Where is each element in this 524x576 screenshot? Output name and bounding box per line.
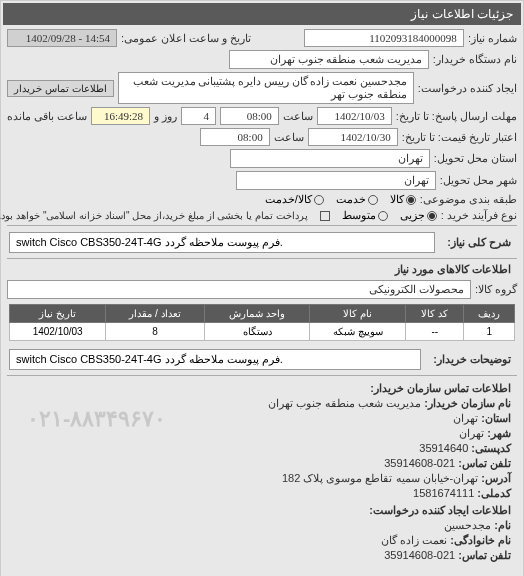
buyer-org-label: نام دستگاه خریدار: — [433, 53, 517, 66]
reply-time: 08:00 — [220, 107, 279, 125]
contact-phone-label: تلفن تماس: — [458, 457, 511, 469]
contact-phone: 021-35914608 — [384, 457, 455, 469]
buyer-desc-label: توضیحات خریدار: — [427, 349, 517, 370]
radio-motavaset[interactable]: متوسط — [342, 209, 388, 222]
delivery-province: تهران — [230, 149, 430, 168]
col-date: تاریخ نیاز — [10, 305, 106, 323]
creator-phone: 021-35914608 — [384, 549, 455, 561]
req-no-value: 1102093184000098 — [304, 29, 464, 47]
contact-city: تهران — [459, 427, 484, 439]
delivery-province-label: استان محل تحویل: — [434, 152, 517, 165]
contact-heading: اطلاعات تماس سازمان خریدار: — [13, 382, 511, 395]
req-no-label: شماره نیاز: — [468, 32, 517, 45]
creator-family: نعمت زاده گان — [381, 534, 447, 546]
radio-icon — [378, 211, 388, 221]
table-row[interactable]: 1 -- سوییچ شبکه دستگاه 8 1402/10/03 — [10, 323, 515, 341]
checkbox-icon — [320, 211, 330, 221]
col-qty: تعداد / مقدار — [106, 305, 204, 323]
cell-qty: 8 — [106, 323, 204, 341]
group-label: گروه کالا: — [475, 283, 517, 296]
creator-heading: اطلاعات ایجاد کننده درخواست: — [13, 504, 511, 517]
contact-province: تهران — [453, 412, 478, 424]
contact-address: تهران-خیابان سمیه تقاطع موسوی پلاک 182 — [282, 472, 478, 484]
need-details-form: شماره نیاز: 1102093184000098 تاریخ و ساع… — [3, 25, 521, 574]
radio-icon — [406, 195, 416, 205]
day-value: 4 — [181, 107, 216, 125]
validity-label: اعتبار تاریخ قیمت: تا تاریخ: — [402, 131, 517, 144]
cell-code: -- — [406, 323, 464, 341]
page-title: جزئیات اطلاعات نیاز — [3, 3, 521, 25]
items-table: ردیف کد کالا نام کالا واحد شمارش تعداد /… — [9, 304, 515, 341]
buyer-org-value: مدیریت شعب منطقه جنوب تهران — [229, 50, 429, 69]
group-value: محصولات الکترونیکی — [7, 280, 471, 299]
radio-icon — [314, 195, 324, 205]
cell-unit: دستگاه — [204, 323, 310, 341]
contact-city-label: شهر: — [487, 427, 511, 439]
creator-family-label: نام خانوادگی: — [450, 534, 511, 546]
reply-deadline-label: مهلت ارسال پاسخ: تا تاریخ: — [396, 110, 517, 123]
validity-time-label: ساعت — [274, 131, 304, 144]
creator-phone-label: تلفن تماس: — [458, 549, 511, 561]
reply-date: 1402/10/03 — [317, 107, 392, 125]
announce-value: 14:54 - 1402/09/28 — [7, 29, 117, 47]
demand-title-label: شرح کلی نیاز: — [441, 232, 517, 253]
contact-postal: 35914640 — [419, 442, 468, 454]
radio-motavaset-label: متوسط — [342, 209, 376, 222]
contact-postal-label: کدپستی: — [471, 442, 511, 454]
contact-natid: 1581674111 — [413, 487, 474, 499]
contact-org-label: نام سازمان خریدار: — [424, 397, 511, 409]
radio-khadamat-label: خدمت — [336, 193, 366, 206]
creator-name: مجدحسین — [444, 519, 491, 531]
radio-icon — [427, 211, 437, 221]
cell-name: سوییچ شبکه — [310, 323, 406, 341]
radio-kala[interactable]: کالا — [390, 193, 416, 206]
topic-class-label: طبقه بندی موضوعی: — [420, 193, 517, 206]
requester-label: ایجاد کننده درخواست: — [418, 82, 517, 95]
purchase-type-label: نوع فرآیند خرید : — [441, 209, 517, 222]
remain-label: ساعت باقی مانده — [7, 110, 87, 123]
requester-value: مجدحسین نعمت زاده گان رییس دایره پشتیبان… — [118, 72, 414, 104]
buyer-desc-value: switch Cisco CBS350-24T-4G فرم پیوست ملا… — [9, 349, 421, 370]
radio-jozi-label: جزیی — [400, 209, 425, 222]
radio-jozi[interactable]: جزیی — [400, 209, 437, 222]
reply-time-label: ساعت — [283, 110, 313, 123]
purchase-note: پرداخت تمام یا بخشی از مبلغ خرید،از محل … — [0, 210, 308, 221]
col-unit: واحد شمارش — [204, 305, 310, 323]
contact-org: مدیریت شعب منطقه جنوب تهران — [268, 397, 421, 409]
creator-name-label: نام: — [494, 519, 511, 531]
remain-time: 16:49:28 — [91, 107, 150, 125]
col-idx: ردیف — [464, 305, 515, 323]
validity-date: 1402/10/30 — [308, 128, 398, 146]
radio-kala-label: کالا — [390, 193, 404, 206]
contact-section: ۰۲۱-۸۸۳۴۹۶۷۰ اطلاعات تماس سازمان خریدار:… — [7, 375, 517, 570]
checkbox-treasury[interactable] — [320, 211, 330, 221]
contact-natid-label: کدملی: — [477, 487, 511, 499]
contact-province-label: استان: — [481, 412, 511, 424]
delivery-city: تهران — [236, 171, 436, 190]
radio-kala-khadamat[interactable]: کالا/خدمت — [265, 193, 324, 206]
contact-address-label: آدرس: — [481, 472, 511, 484]
radio-kala-khadamat-label: کالا/خدمت — [265, 193, 312, 206]
cell-date: 1402/10/03 — [10, 323, 106, 341]
items-heading: اطلاعات کالاهای مورد نیاز — [7, 259, 517, 280]
radio-icon — [368, 195, 378, 205]
announce-label: تاریخ و ساعت اعلان عمومی: — [121, 32, 251, 45]
validity-time: 08:00 — [200, 128, 270, 146]
delivery-city-label: شهر محل تحویل: — [440, 174, 517, 187]
col-name: نام کالا — [310, 305, 406, 323]
day-label: روز و — [154, 110, 177, 123]
col-code: کد کالا — [406, 305, 464, 323]
cell-idx: 1 — [464, 323, 515, 341]
demand-title-value: switch Cisco CBS350-24T-4G فرم پیوست ملا… — [9, 232, 435, 253]
radio-khadamat[interactable]: خدمت — [336, 193, 378, 206]
buyer-contact-link[interactable]: اطلاعات تماس خریدار — [7, 80, 114, 97]
